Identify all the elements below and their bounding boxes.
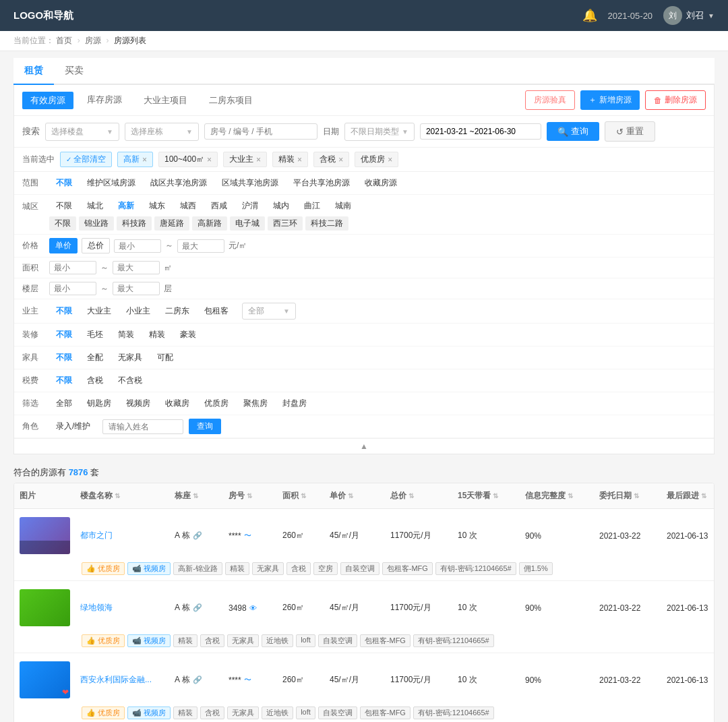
tag-quality[interactable]: 优质房 × — [355, 152, 398, 167]
filter-opt-sealed[interactable]: 封盘房 — [276, 396, 313, 411]
btn-add[interactable]: ＋ 新增房源 — [580, 90, 640, 110]
th-seat[interactable]: 栋座 ⇅ — [169, 483, 223, 508]
th-room[interactable]: 房号 ⇅ — [223, 483, 277, 508]
district-opt-west[interactable]: 城西 — [173, 198, 203, 214]
district-opt-xixian[interactable]: 西咸 — [204, 198, 234, 214]
sub-tab-stock[interactable]: 库存房源 — [79, 91, 130, 110]
th-total-price[interactable]: 总价 ⇅ — [385, 483, 452, 508]
district-opt-inner[interactable]: 城内 — [266, 198, 296, 214]
scope-opt-platform[interactable]: 平台共享池房源 — [286, 175, 357, 191]
tag-tax[interactable]: 含税 × — [313, 152, 349, 167]
filter-opt-key[interactable]: 钥匙房 — [80, 396, 118, 411]
tag-gaoxin[interactable]: 高新 × — [117, 152, 153, 167]
btn-delete[interactable]: 🗑 删除房源 — [645, 90, 706, 110]
district-opt-gaoxin[interactable]: 高新 — [111, 198, 141, 214]
sub-tab-valid[interactable]: 有效房源 — [22, 92, 73, 109]
th-unit-price[interactable]: 单价 ⇅ — [324, 483, 385, 508]
deco-opt-unlimited[interactable]: 不限 — [49, 327, 79, 342]
date-range-input[interactable] — [420, 123, 541, 140]
deco-opt-luxury[interactable]: 豪装 — [173, 327, 203, 342]
td-name-2[interactable]: 绿地领海 — [75, 599, 169, 616]
sub-opt-keji[interactable]: 科技路 — [117, 216, 152, 231]
sub-opt-dianzi[interactable]: 电子城 — [230, 216, 265, 231]
furn-opt-full[interactable]: 全配 — [80, 350, 110, 365]
breadcrumb-source[interactable]: 房源 — [85, 36, 101, 45]
price-min[interactable] — [114, 239, 161, 253]
landlord-opt-minor[interactable]: 小业主 — [119, 303, 157, 319]
tax-opt-unlimited[interactable]: 不限 — [49, 373, 79, 388]
role-opt-maintainer[interactable]: 录入/维护 — [49, 419, 97, 434]
tab-sale[interactable]: 买卖 — [54, 58, 94, 85]
tax-opt-included[interactable]: 含税 — [80, 373, 110, 388]
td-name-3[interactable]: 西安永利国际金融... — [75, 671, 169, 688]
filter-opt-video[interactable]: 视频房 — [119, 396, 157, 411]
scope-opt-area[interactable]: 区域共享池房源 — [215, 175, 285, 191]
tag-area[interactable]: 100~400㎡ × — [158, 152, 218, 167]
tax-opt-excluded[interactable]: 不含税 — [111, 373, 149, 388]
price-tab-unit[interactable]: 单价 — [49, 238, 78, 253]
seat-link-icon3[interactable]: 🔗 — [193, 675, 202, 684]
landlord-opt-unlimited[interactable]: 不限 — [49, 303, 79, 319]
furn-opt-unlimited[interactable]: 不限 — [49, 350, 79, 365]
landlord-select[interactable]: 全部 ▼ — [242, 303, 296, 320]
scope-opt-maintain[interactable]: 维护区域房源 — [80, 175, 142, 191]
btn-clear-all[interactable]: ✓ 全部清空 — [60, 152, 112, 167]
floor-max[interactable] — [113, 282, 160, 295]
floor-min[interactable] — [49, 282, 96, 295]
scope-opt-war[interactable]: 战区共享池房源 — [144, 175, 214, 191]
deco-opt-simple[interactable]: 简装 — [111, 327, 141, 342]
room-input[interactable] — [204, 123, 317, 140]
seat-link-icon2[interactable]: 🔗 — [193, 603, 202, 612]
sub-opt-gaoxinlu[interactable]: 高新路 — [192, 216, 227, 231]
btn-search[interactable]: 🔍 查询 — [547, 122, 599, 141]
seat-link-icon[interactable]: 🔗 — [193, 531, 202, 540]
room-copy-icon3[interactable]: 〜 — [244, 675, 251, 685]
area-min[interactable] — [49, 261, 96, 274]
bell-icon[interactable]: 🔔 — [582, 8, 597, 23]
role-query-btn[interactable]: 查询 — [189, 419, 221, 434]
tag-decoration[interactable]: 精装 × — [272, 152, 308, 167]
sub-tab-major[interactable]: 大业主项目 — [135, 92, 195, 109]
sub-tab-secondary[interactable]: 二房东项目 — [201, 92, 261, 109]
district-opt-east[interactable]: 城东 — [142, 198, 172, 214]
room-copy-icon[interactable]: 〜 — [244, 531, 251, 541]
header-user[interactable]: 刘 刘召 ▼ — [663, 6, 715, 25]
th-completeness[interactable]: 信息完整度 ⇅ — [520, 483, 594, 508]
filter-opt-saved[interactable]: 收藏房 — [158, 396, 196, 411]
district-opt-unlimited[interactable]: 不限 — [49, 198, 79, 214]
landlord-opt-sublease[interactable]: 二房东 — [158, 303, 196, 319]
scope-opt-fav[interactable]: 收藏房源 — [358, 175, 404, 191]
sub-opt-tangyan[interactable]: 唐延路 — [154, 216, 189, 231]
seat-select[interactable]: 选择座栋 ▼ — [125, 123, 199, 141]
tab-rental[interactable]: 租赁 — [13, 58, 54, 85]
landlord-opt-major[interactable]: 大业主 — [80, 303, 118, 319]
room-eye-icon2[interactable]: 👁 — [249, 604, 257, 612]
building-select[interactable]: 选择楼盘 ▼ — [45, 123, 119, 141]
furn-opt-config[interactable]: 可配 — [150, 350, 180, 365]
th-lastfollow[interactable]: 最后跟进 ⇅ — [661, 483, 715, 508]
sub-opt-jinye[interactable]: 锦业路 — [79, 216, 114, 231]
filter-opt-focus[interactable]: 聚焦房 — [237, 396, 274, 411]
btn-reset[interactable]: ↺ 重置 — [605, 121, 655, 142]
price-max[interactable] — [177, 239, 224, 253]
sub-opt-keji2[interactable]: 科技二路 — [305, 216, 348, 231]
sub-opt-xisanhuan[interactable]: 西三环 — [268, 216, 303, 231]
btn-truth[interactable]: 房源验真 — [525, 90, 575, 110]
tag-major[interactable]: 大业主 × — [223, 152, 267, 167]
scope-opt-unlimited[interactable]: 不限 — [49, 175, 79, 191]
breadcrumb-home[interactable]: 首页 — [56, 36, 72, 45]
collapse-btn[interactable]: ▲ — [14, 438, 714, 454]
td-name-1[interactable]: 都市之门 — [75, 527, 169, 544]
deco-opt-fine[interactable]: 精装 — [142, 327, 172, 342]
landlord-opt-tenant[interactable]: 包租客 — [198, 303, 235, 319]
th-area[interactable]: 面积 ⇅ — [277, 483, 324, 508]
role-name-input[interactable] — [102, 419, 183, 434]
price-tab-total[interactable]: 总价 — [82, 238, 110, 253]
th-views[interactable]: 15天带看 ⇅ — [452, 483, 520, 508]
filter-opt-quality[interactable]: 优质房 — [198, 396, 235, 411]
district-opt-north[interactable]: 城北 — [80, 198, 110, 214]
deco-opt-raw[interactable]: 毛坯 — [80, 327, 110, 342]
th-name[interactable]: 楼盘名称 ⇅ — [75, 483, 169, 508]
filter-opt-all[interactable]: 全部 — [49, 396, 79, 411]
district-opt-qujiang[interactable]: 曲江 — [297, 198, 327, 214]
